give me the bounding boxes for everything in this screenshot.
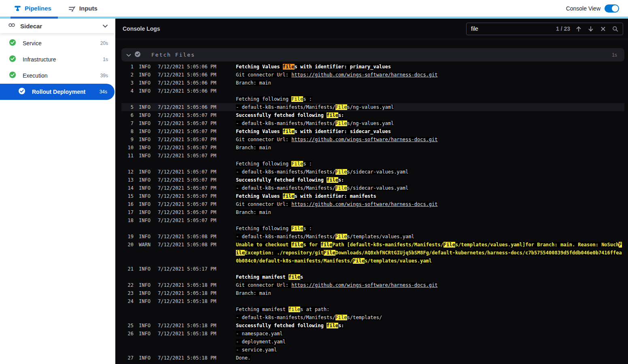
sidebar-item-execution[interactable]: Execution39s	[0, 68, 115, 84]
log-message: Successfully fetched following files:	[236, 177, 344, 183]
log-timestamp: 7/12/2021 5:05:07 PM	[158, 169, 216, 175]
chevron-down-icon[interactable]	[126, 51, 131, 59]
log-row: Fetching following Files :	[121, 224, 624, 233]
search-input[interactable]	[471, 25, 556, 32]
log-message: Successfully fetched following files:	[236, 112, 344, 118]
log-message-text: Fetching following Files :	[236, 161, 312, 167]
log-link[interactable]: https://github.com/wings-software/harnes…	[291, 72, 437, 78]
log-timestamp: 7/12/2021 5:05:07 PM	[158, 129, 216, 134]
log-message: - default-k8s-manifests/Manifests/Files/…	[236, 185, 408, 191]
check-circle-icon	[9, 71, 16, 80]
log-level: WARN	[139, 242, 153, 248]
next-match-button[interactable]	[585, 23, 597, 34]
log-line-number: 21	[121, 266, 134, 272]
search-match: File	[335, 104, 347, 110]
magnifier-icon[interactable]	[609, 23, 621, 34]
log-row: 6INFO7/12/2021 5:05:07 PMSuccessfully fe…	[121, 111, 624, 119]
check-circle-icon	[18, 87, 25, 96]
log-row: - deployment.yaml	[121, 338, 624, 346]
log-link[interactable]: https://github.com/wings-software/harnes…	[291, 282, 437, 288]
check-circle-icon	[9, 55, 16, 64]
sidebar-item-label: Service	[23, 40, 94, 47]
log-section-header[interactable]: Fetch Files 1s	[121, 48, 624, 61]
log-row: 10INFO7/12/2021 5:05:07 PMBranch: main	[121, 144, 624, 152]
stage-name: Sidecar	[20, 23, 98, 30]
log-text: s/templates/values.yaml]for Branch: main…	[455, 242, 619, 248]
log-level: INFO	[139, 104, 153, 110]
log-link[interactable]: https://github.com/wings-software/harnes…	[291, 201, 437, 207]
chevron-down-icon[interactable]	[102, 22, 108, 30]
log-message: Branch: main	[236, 145, 271, 150]
log-level: INFO	[139, 72, 153, 78]
link-icon	[8, 22, 15, 30]
log-text: Git connector Url:	[236, 201, 291, 207]
search-match: file	[327, 112, 338, 118]
close-icon[interactable]	[597, 23, 609, 34]
search-match: file	[327, 323, 338, 328]
search-match: File	[291, 161, 303, 167]
log-message: 0b084c0/default-k8s-manifests/Manifests/…	[236, 258, 432, 264]
log-message: Git connector Url: https://github.com/wi…	[236, 201, 438, 207]
log-message: ileException: ./repository/gitFileDownlo…	[236, 250, 622, 256]
log-row: 22INFO7/12/2021 5:05:18 PMGit connector …	[121, 281, 624, 289]
log-text: Done.	[236, 355, 250, 361]
log-row: 9INFO7/12/2021 5:05:07 PMGit connector U…	[121, 135, 624, 144]
log-text: Fetching following	[236, 226, 291, 231]
log-timestamp: 7/12/2021 5:05:17 PM	[158, 266, 216, 272]
tab-inputs-label: Inputs	[79, 5, 98, 12]
log-row: 18INFO7/12/2021 5:05:07 PM	[121, 216, 624, 224]
log-row: 4INFO7/12/2021 5:05:06 PM	[121, 87, 624, 95]
log-message: - default-k8s-manifests/Manifests/Files/…	[236, 121, 394, 126]
log-message-text: - default-k8s-manifests/Manifests/Files/…	[236, 315, 382, 320]
log-level: INFO	[139, 355, 153, 361]
log-section-title: Fetch Files	[151, 52, 609, 58]
log-timestamp: 7/12/2021 5:05:07 PM	[158, 193, 216, 199]
search-match: File	[353, 258, 365, 264]
log-row: 19INFO7/12/2021 5:05:08 PM- default-k8s-…	[121, 233, 624, 241]
log-message-text: - deployment.yaml	[236, 339, 286, 345]
log-message: Fetching Values files with identifier: m…	[236, 193, 376, 199]
log-text: Downloads/AQ8xhfNCRtGIUjq5bSM8Fg/default…	[335, 250, 622, 256]
search-match: File	[291, 96, 303, 102]
log-row: - service.yaml	[121, 346, 624, 354]
console-panel: Console Logs 1 / 23	[115, 19, 628, 364]
log-text: Unable to checkout	[236, 242, 291, 248]
log-line-number: 26	[121, 331, 134, 336]
search-match: file	[289, 274, 300, 280]
log-line-number: 19	[121, 234, 134, 239]
log-link[interactable]: https://github.com/wings-software/harnes…	[291, 137, 437, 142]
log-message-text: Branch: main	[236, 290, 271, 296]
search-match: file	[283, 129, 295, 134]
log-row: 24INFO7/12/2021 5:05:18 PM	[121, 297, 624, 305]
log-message: Fetching Values files with identifier: s…	[236, 129, 391, 134]
stage-header[interactable]: Sidecar	[0, 19, 115, 33]
log-row: Fetching manifest files	[121, 273, 624, 281]
log-timestamp: 7/12/2021 5:05:07 PM	[158, 210, 216, 215]
previous-match-button[interactable]	[573, 23, 585, 34]
log-text: Successfully fetched following	[236, 177, 327, 183]
sidebar-item-rollout-deployment[interactable]: Rollout Deployment34s	[0, 84, 115, 100]
log-text: - namespace.yaml	[236, 331, 283, 336]
log-row: 3INFO7/12/2021 5:05:06 PMBranch: main	[121, 79, 624, 87]
log-timestamp: 7/12/2021 5:05:06 PM	[158, 80, 216, 86]
log-message: - default-k8s-manifests/Manifests/Files/…	[236, 234, 414, 239]
tab-pipelines[interactable]: Pipelines	[14, 5, 51, 12]
log-line-number: 23	[121, 290, 134, 296]
log-text: s :	[303, 226, 312, 231]
pipeline-icon	[14, 5, 21, 12]
log-timestamp: 7/12/2021 5:05:06 PM	[158, 88, 216, 94]
search-match-counter: 1 / 23	[556, 25, 570, 32]
log-row: 15INFO7/12/2021 5:05:07 PMFetching Value…	[121, 192, 624, 200]
log-message-text: - default-k8s-manifests/Manifests/Files/…	[236, 121, 394, 126]
console-view-toggle[interactable]	[605, 4, 619, 13]
log-level: INFO	[139, 331, 153, 336]
sidebar-item-service[interactable]: Service20s	[0, 35, 115, 51]
log-line-number: 9	[121, 137, 134, 142]
log-level: INFO	[139, 210, 153, 215]
log-text: Successfully fetched following	[236, 323, 327, 328]
log-text: s for	[303, 242, 320, 248]
tab-inputs[interactable]: Inputs	[68, 5, 98, 12]
log-text: s with identifier: primary_values	[295, 64, 391, 70]
sidebar-item-infrastructure[interactable]: Infrastructure1s	[0, 51, 115, 68]
log-row: 8INFO7/12/2021 5:05:07 PMFetching Values…	[121, 127, 624, 135]
